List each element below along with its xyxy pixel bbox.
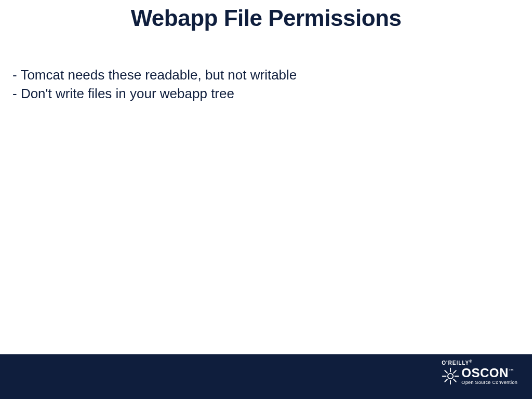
- svg-line-8: [445, 379, 448, 382]
- footer-bar: O'REILLY® OSCON™ O: [0, 354, 532, 399]
- bullet-item: - Tomcat needs these readable, but not w…: [12, 66, 532, 84]
- slide-title: Webapp File Permissions: [0, 0, 532, 31]
- svg-line-7: [454, 370, 456, 373]
- conference-name: OSCON™: [461, 367, 514, 379]
- svg-line-5: [445, 370, 448, 373]
- brand-label: O'REILLY®: [442, 360, 517, 366]
- oscon-icon: [442, 367, 459, 385]
- svg-line-6: [454, 379, 456, 382]
- footer-logo: O'REILLY® OSCON™ O: [442, 360, 517, 385]
- bullet-item: - Don't write files in your webapp tree: [12, 85, 532, 103]
- svg-point-0: [448, 374, 453, 379]
- slide-content: - Tomcat needs these readable, but not w…: [0, 31, 532, 103]
- conference-tagline: Open Source Convention: [461, 380, 517, 385]
